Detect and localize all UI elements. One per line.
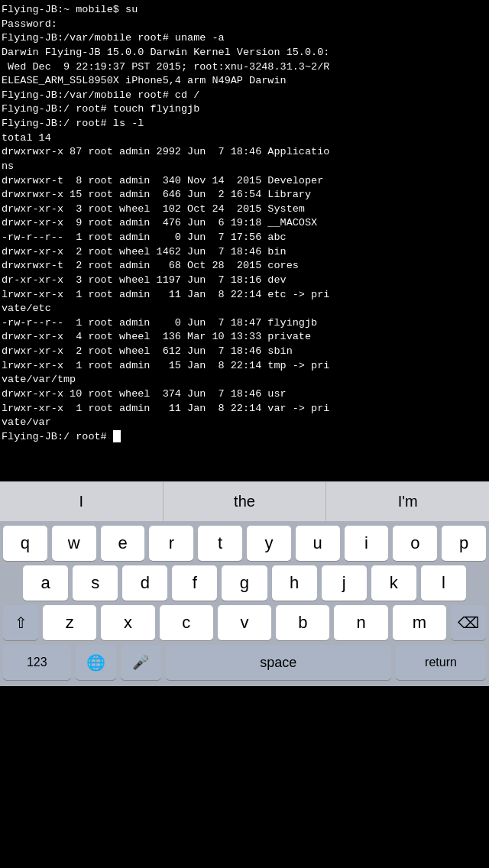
- key-q[interactable]: q: [3, 526, 47, 561]
- key-a[interactable]: a: [23, 565, 68, 601]
- key-t[interactable]: t: [198, 526, 242, 561]
- key-h[interactable]: h: [272, 565, 317, 601]
- shift-key[interactable]: ⇧: [3, 605, 38, 640]
- autocomplete-bar: I the I'm: [0, 481, 489, 521]
- key-d[interactable]: d: [122, 565, 167, 601]
- microphone-key[interactable]: 🎤: [121, 645, 161, 680]
- keyboard-row-1: qwertyuiop: [0, 521, 489, 561]
- key-r[interactable]: r: [149, 526, 193, 561]
- key-i[interactable]: i: [345, 526, 389, 561]
- keyboard: qwertyuiop asdfghjkl ⇧zxcvbnm⌫ 123 🌐 🎤 s…: [0, 521, 489, 686]
- keyboard-row-3: ⇧zxcvbnm⌫: [0, 601, 489, 640]
- backspace-key[interactable]: ⌫: [451, 605, 486, 640]
- key-x[interactable]: x: [101, 605, 154, 640]
- key-n[interactable]: n: [334, 605, 387, 640]
- key-k[interactable]: k: [371, 565, 416, 601]
- key-w[interactable]: w: [52, 526, 96, 561]
- autocomplete-word-3[interactable]: I'm: [326, 482, 489, 521]
- key-p[interactable]: p: [442, 526, 486, 561]
- key-m[interactable]: m: [393, 605, 446, 640]
- key-e[interactable]: e: [101, 526, 145, 561]
- key-u[interactable]: u: [296, 526, 340, 561]
- globe-key[interactable]: 🌐: [76, 645, 116, 680]
- space-key[interactable]: space: [166, 645, 391, 680]
- key-o[interactable]: o: [393, 526, 437, 561]
- key-b[interactable]: b: [276, 605, 329, 640]
- key-g[interactable]: g: [222, 565, 267, 601]
- numbers-key[interactable]: 123: [3, 645, 71, 680]
- key-j[interactable]: j: [322, 565, 367, 601]
- key-c[interactable]: c: [160, 605, 213, 640]
- key-s[interactable]: s: [73, 565, 118, 601]
- return-key[interactable]: return: [396, 645, 486, 680]
- key-z[interactable]: z: [43, 605, 96, 640]
- key-v[interactable]: v: [218, 605, 271, 640]
- keyboard-row-bottom: 123 🌐 🎤 space return: [0, 640, 489, 686]
- key-f[interactable]: f: [172, 565, 217, 601]
- autocomplete-word-2[interactable]: the: [164, 482, 327, 521]
- autocomplete-word-1[interactable]: I: [0, 482, 164, 521]
- key-l[interactable]: l: [421, 565, 466, 601]
- key-y[interactable]: y: [247, 526, 291, 561]
- terminal-output: Flying-JB:~ mobile$ su Password: Flying-…: [0, 0, 489, 481]
- keyboard-row-2: asdfghjkl: [0, 561, 489, 601]
